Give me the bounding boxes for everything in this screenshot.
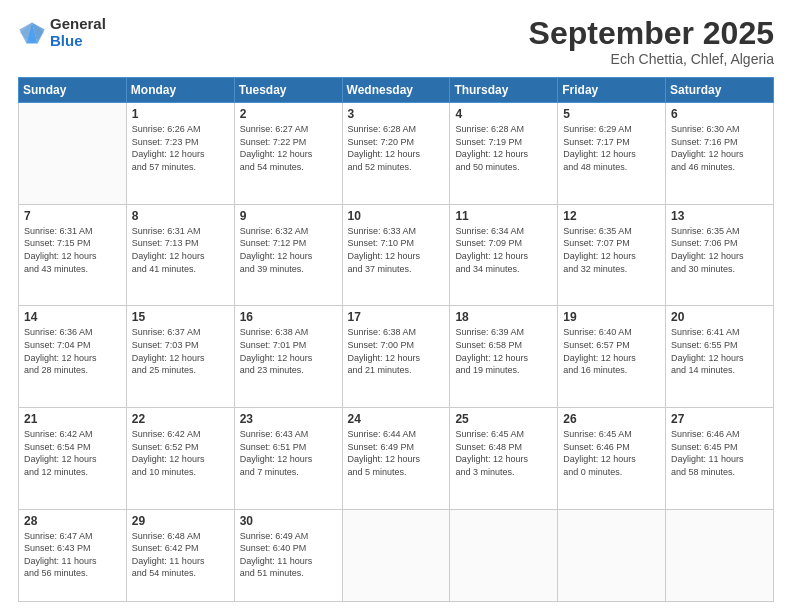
location-subtitle: Ech Chettia, Chlef, Algeria	[529, 51, 774, 67]
day-info: Sunrise: 6:32 AM Sunset: 7:12 PM Dayligh…	[240, 225, 337, 275]
day-info: Sunrise: 6:34 AM Sunset: 7:09 PM Dayligh…	[455, 225, 552, 275]
day-info: Sunrise: 6:38 AM Sunset: 7:00 PM Dayligh…	[348, 326, 445, 376]
calendar-cell	[19, 103, 127, 205]
calendar-cell: 20Sunrise: 6:41 AM Sunset: 6:55 PM Dayli…	[666, 306, 774, 408]
day-info: Sunrise: 6:42 AM Sunset: 6:52 PM Dayligh…	[132, 428, 229, 478]
day-number: 10	[348, 209, 445, 223]
day-number: 24	[348, 412, 445, 426]
day-number: 22	[132, 412, 229, 426]
day-number: 13	[671, 209, 768, 223]
day-info: Sunrise: 6:35 AM Sunset: 7:06 PM Dayligh…	[671, 225, 768, 275]
day-number: 30	[240, 514, 337, 528]
logo-icon	[18, 19, 46, 47]
day-header-tuesday: Tuesday	[234, 78, 342, 103]
logo: General Blue	[18, 16, 106, 49]
logo-blue-text: Blue	[50, 33, 106, 50]
day-number: 4	[455, 107, 552, 121]
day-header-sunday: Sunday	[19, 78, 127, 103]
day-number: 12	[563, 209, 660, 223]
day-number: 26	[563, 412, 660, 426]
day-info: Sunrise: 6:31 AM Sunset: 7:15 PM Dayligh…	[24, 225, 121, 275]
day-info: Sunrise: 6:49 AM Sunset: 6:40 PM Dayligh…	[240, 530, 337, 580]
calendar-cell: 27Sunrise: 6:46 AM Sunset: 6:45 PM Dayli…	[666, 408, 774, 510]
day-header-monday: Monday	[126, 78, 234, 103]
calendar-cell: 13Sunrise: 6:35 AM Sunset: 7:06 PM Dayli…	[666, 204, 774, 306]
day-info: Sunrise: 6:42 AM Sunset: 6:54 PM Dayligh…	[24, 428, 121, 478]
calendar-cell: 21Sunrise: 6:42 AM Sunset: 6:54 PM Dayli…	[19, 408, 127, 510]
calendar-cell: 26Sunrise: 6:45 AM Sunset: 6:46 PM Dayli…	[558, 408, 666, 510]
day-number: 11	[455, 209, 552, 223]
calendar-cell: 28Sunrise: 6:47 AM Sunset: 6:43 PM Dayli…	[19, 509, 127, 601]
day-number: 15	[132, 310, 229, 324]
day-number: 9	[240, 209, 337, 223]
calendar-cell: 6Sunrise: 6:30 AM Sunset: 7:16 PM Daylig…	[666, 103, 774, 205]
calendar-cell: 16Sunrise: 6:38 AM Sunset: 7:01 PM Dayli…	[234, 306, 342, 408]
day-info: Sunrise: 6:45 AM Sunset: 6:46 PM Dayligh…	[563, 428, 660, 478]
calendar-cell: 23Sunrise: 6:43 AM Sunset: 6:51 PM Dayli…	[234, 408, 342, 510]
day-header-thursday: Thursday	[450, 78, 558, 103]
calendar-cell: 25Sunrise: 6:45 AM Sunset: 6:48 PM Dayli…	[450, 408, 558, 510]
day-info: Sunrise: 6:36 AM Sunset: 7:04 PM Dayligh…	[24, 326, 121, 376]
day-info: Sunrise: 6:28 AM Sunset: 7:19 PM Dayligh…	[455, 123, 552, 173]
calendar-cell: 11Sunrise: 6:34 AM Sunset: 7:09 PM Dayli…	[450, 204, 558, 306]
calendar-cell	[342, 509, 450, 601]
calendar-cell: 4Sunrise: 6:28 AM Sunset: 7:19 PM Daylig…	[450, 103, 558, 205]
day-number: 23	[240, 412, 337, 426]
day-number: 27	[671, 412, 768, 426]
day-info: Sunrise: 6:39 AM Sunset: 6:58 PM Dayligh…	[455, 326, 552, 376]
day-number: 20	[671, 310, 768, 324]
calendar-cell: 7Sunrise: 6:31 AM Sunset: 7:15 PM Daylig…	[19, 204, 127, 306]
calendar-cell: 9Sunrise: 6:32 AM Sunset: 7:12 PM Daylig…	[234, 204, 342, 306]
page: General Blue September 2025 Ech Chettia,…	[0, 0, 792, 612]
day-info: Sunrise: 6:28 AM Sunset: 7:20 PM Dayligh…	[348, 123, 445, 173]
calendar-cell: 10Sunrise: 6:33 AM Sunset: 7:10 PM Dayli…	[342, 204, 450, 306]
day-number: 16	[240, 310, 337, 324]
day-info: Sunrise: 6:43 AM Sunset: 6:51 PM Dayligh…	[240, 428, 337, 478]
day-info: Sunrise: 6:30 AM Sunset: 7:16 PM Dayligh…	[671, 123, 768, 173]
calendar-cell: 8Sunrise: 6:31 AM Sunset: 7:13 PM Daylig…	[126, 204, 234, 306]
calendar-cell: 3Sunrise: 6:28 AM Sunset: 7:20 PM Daylig…	[342, 103, 450, 205]
day-info: Sunrise: 6:33 AM Sunset: 7:10 PM Dayligh…	[348, 225, 445, 275]
calendar-cell: 24Sunrise: 6:44 AM Sunset: 6:49 PM Dayli…	[342, 408, 450, 510]
day-info: Sunrise: 6:27 AM Sunset: 7:22 PM Dayligh…	[240, 123, 337, 173]
day-info: Sunrise: 6:26 AM Sunset: 7:23 PM Dayligh…	[132, 123, 229, 173]
day-info: Sunrise: 6:47 AM Sunset: 6:43 PM Dayligh…	[24, 530, 121, 580]
calendar-cell: 1Sunrise: 6:26 AM Sunset: 7:23 PM Daylig…	[126, 103, 234, 205]
day-info: Sunrise: 6:37 AM Sunset: 7:03 PM Dayligh…	[132, 326, 229, 376]
week-row-5: 28Sunrise: 6:47 AM Sunset: 6:43 PM Dayli…	[19, 509, 774, 601]
day-number: 25	[455, 412, 552, 426]
day-number: 1	[132, 107, 229, 121]
logo-general-text: General	[50, 16, 106, 33]
day-number: 6	[671, 107, 768, 121]
day-info: Sunrise: 6:40 AM Sunset: 6:57 PM Dayligh…	[563, 326, 660, 376]
calendar-table: SundayMondayTuesdayWednesdayThursdayFrid…	[18, 77, 774, 602]
calendar-cell: 22Sunrise: 6:42 AM Sunset: 6:52 PM Dayli…	[126, 408, 234, 510]
calendar-cell: 18Sunrise: 6:39 AM Sunset: 6:58 PM Dayli…	[450, 306, 558, 408]
day-info: Sunrise: 6:38 AM Sunset: 7:01 PM Dayligh…	[240, 326, 337, 376]
day-info: Sunrise: 6:44 AM Sunset: 6:49 PM Dayligh…	[348, 428, 445, 478]
week-row-2: 7Sunrise: 6:31 AM Sunset: 7:15 PM Daylig…	[19, 204, 774, 306]
calendar-cell	[558, 509, 666, 601]
calendar-cell: 29Sunrise: 6:48 AM Sunset: 6:42 PM Dayli…	[126, 509, 234, 601]
calendar-cell	[450, 509, 558, 601]
day-number: 18	[455, 310, 552, 324]
calendar-cell: 2Sunrise: 6:27 AM Sunset: 7:22 PM Daylig…	[234, 103, 342, 205]
day-header-wednesday: Wednesday	[342, 78, 450, 103]
week-row-3: 14Sunrise: 6:36 AM Sunset: 7:04 PM Dayli…	[19, 306, 774, 408]
day-number: 28	[24, 514, 121, 528]
day-header-saturday: Saturday	[666, 78, 774, 103]
day-number: 7	[24, 209, 121, 223]
day-info: Sunrise: 6:46 AM Sunset: 6:45 PM Dayligh…	[671, 428, 768, 478]
day-info: Sunrise: 6:31 AM Sunset: 7:13 PM Dayligh…	[132, 225, 229, 275]
day-number: 14	[24, 310, 121, 324]
calendar-cell: 5Sunrise: 6:29 AM Sunset: 7:17 PM Daylig…	[558, 103, 666, 205]
day-header-friday: Friday	[558, 78, 666, 103]
week-row-1: 1Sunrise: 6:26 AM Sunset: 7:23 PM Daylig…	[19, 103, 774, 205]
day-number: 21	[24, 412, 121, 426]
week-row-4: 21Sunrise: 6:42 AM Sunset: 6:54 PM Dayli…	[19, 408, 774, 510]
calendar-cell: 12Sunrise: 6:35 AM Sunset: 7:07 PM Dayli…	[558, 204, 666, 306]
day-number: 19	[563, 310, 660, 324]
calendar-cell: 19Sunrise: 6:40 AM Sunset: 6:57 PM Dayli…	[558, 306, 666, 408]
header-row: SundayMondayTuesdayWednesdayThursdayFrid…	[19, 78, 774, 103]
day-number: 5	[563, 107, 660, 121]
